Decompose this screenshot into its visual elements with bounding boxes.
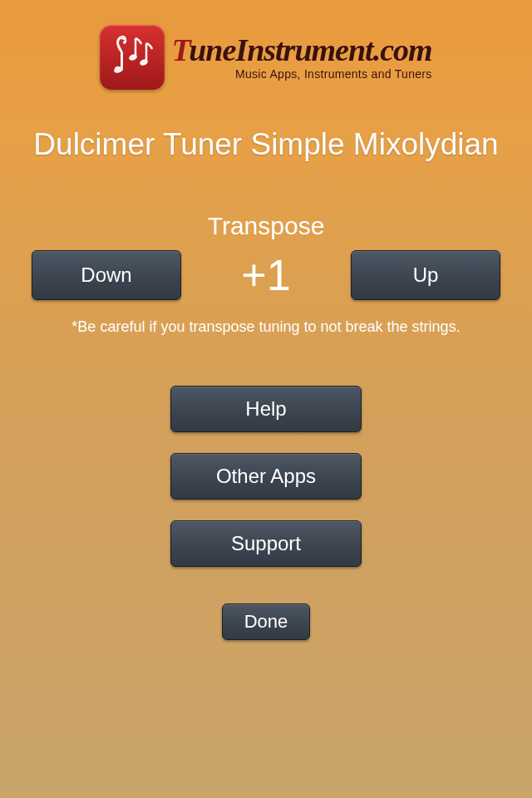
transpose-label: Transpose	[0, 212, 532, 240]
page-title: Dulcimer Tuner Simple Mixolydian	[0, 127, 532, 162]
logo-text-block: TuneInstrument.com Music Apps, Instrumen…	[171, 34, 431, 81]
app-header: TuneInstrument.com Music Apps, Instrumen…	[0, 0, 532, 98]
help-button[interactable]: Help	[170, 386, 362, 432]
app-logo-icon	[100, 25, 165, 90]
logo-subtitle: Music Apps, Instruments and Tuners	[171, 67, 431, 81]
done-button[interactable]: Done	[222, 603, 310, 640]
transpose-controls: Down +1 Up	[0, 250, 532, 300]
support-button[interactable]: Support	[170, 520, 362, 567]
done-section: Done	[0, 603, 532, 640]
transpose-value: +1	[181, 250, 351, 300]
transpose-section: Transpose Down +1 Up *Be careful if you …	[0, 212, 532, 336]
menu-section: Help Other Apps Support	[0, 386, 532, 567]
transpose-up-button[interactable]: Up	[351, 250, 500, 300]
other-apps-button[interactable]: Other Apps	[170, 453, 362, 500]
logo-title-red: T	[171, 32, 189, 67]
logo-title-rest: uneInstrument.com	[189, 32, 431, 67]
transpose-warning: *Be careful if you transpose tuning to n…	[0, 318, 532, 336]
logo-title: TuneInstrument.com	[171, 34, 431, 66]
transpose-down-button[interactable]: Down	[32, 250, 181, 300]
treble-clef-notes-icon	[106, 32, 158, 83]
